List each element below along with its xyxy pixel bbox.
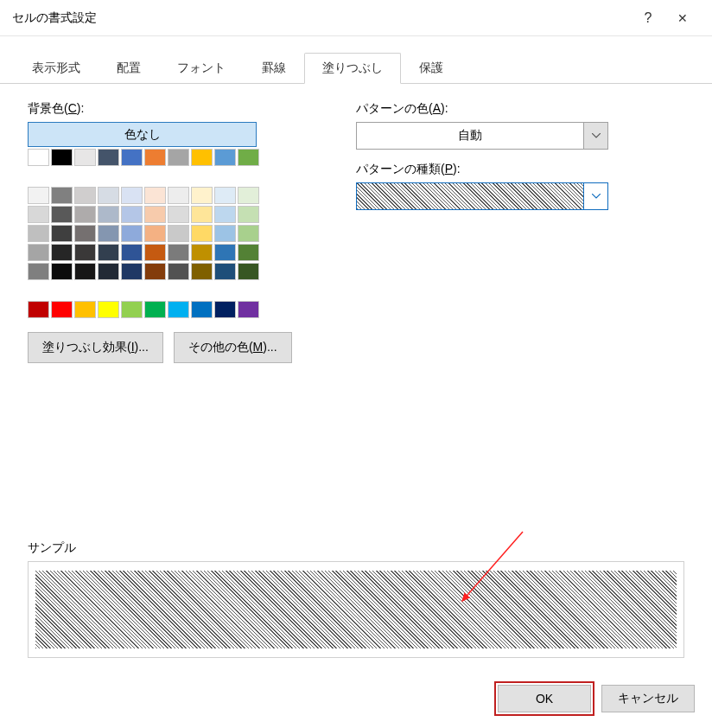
color-swatch[interactable] [74, 225, 96, 242]
color-swatch[interactable] [168, 149, 189, 166]
color-swatch[interactable] [51, 244, 73, 261]
color-swatch[interactable] [191, 149, 213, 166]
color-swatch[interactable] [28, 187, 49, 204]
color-swatch[interactable] [74, 244, 96, 261]
color-swatch[interactable] [98, 301, 119, 318]
color-swatch[interactable] [238, 225, 259, 242]
sample-preview [35, 571, 677, 648]
color-swatch[interactable] [191, 301, 213, 318]
pattern-color-dropdown[interactable]: 自動 [356, 122, 608, 150]
color-swatch[interactable] [214, 206, 236, 223]
color-swatch[interactable] [214, 244, 236, 261]
close-button[interactable]: ✕ [665, 11, 700, 25]
color-swatch[interactable] [28, 206, 49, 223]
color-swatch[interactable] [28, 149, 49, 166]
window-title: セルの書式設定 [12, 10, 631, 26]
color-swatch[interactable] [168, 244, 189, 261]
color-swatch[interactable] [98, 263, 119, 280]
color-swatch[interactable] [144, 187, 166, 204]
color-swatch[interactable] [144, 301, 166, 318]
color-swatch[interactable] [51, 225, 73, 242]
color-swatch[interactable] [191, 263, 213, 280]
cancel-button[interactable]: キャンセル [601, 685, 695, 712]
color-swatch[interactable] [74, 149, 96, 166]
color-grid [28, 149, 339, 318]
sample-frame [28, 561, 684, 658]
color-swatch[interactable] [121, 225, 143, 242]
color-swatch[interactable] [144, 206, 166, 223]
help-button[interactable]: ? [631, 10, 665, 26]
color-swatch[interactable] [144, 225, 166, 242]
color-swatch[interactable] [238, 187, 259, 204]
sample-label: サンプル [28, 540, 684, 556]
color-swatch[interactable] [214, 225, 236, 242]
tab-1[interactable]: 配置 [99, 53, 159, 84]
color-swatch[interactable] [28, 301, 49, 318]
color-swatch[interactable] [168, 206, 189, 223]
swatch-separator [28, 168, 49, 173]
color-swatch[interactable] [121, 206, 143, 223]
color-swatch[interactable] [121, 263, 143, 280]
color-swatch[interactable] [238, 206, 259, 223]
tab-5[interactable]: 保護 [401, 53, 461, 84]
color-swatch[interactable] [98, 149, 119, 166]
color-swatch[interactable] [51, 206, 73, 223]
color-swatch[interactable] [74, 301, 96, 318]
chevron-down-icon [583, 123, 607, 149]
tab-3[interactable]: 罫線 [244, 53, 304, 84]
color-swatch[interactable] [168, 187, 189, 204]
color-swatch[interactable] [191, 244, 213, 261]
color-swatch[interactable] [74, 187, 96, 204]
color-swatch[interactable] [144, 263, 166, 280]
more-colors-button[interactable]: その他の色(M)... [174, 332, 292, 363]
color-swatch[interactable] [238, 149, 259, 166]
color-swatch[interactable] [74, 206, 96, 223]
dialog-footer: OK キャンセル [0, 669, 712, 728]
tab-2[interactable]: フォント [159, 53, 244, 84]
color-swatch[interactable] [191, 206, 213, 223]
color-swatch[interactable] [51, 149, 73, 166]
color-swatch[interactable] [98, 187, 119, 204]
tab-0[interactable]: 表示形式 [14, 53, 99, 84]
color-swatch[interactable] [51, 263, 73, 280]
color-swatch[interactable] [121, 301, 143, 318]
no-color-button[interactable]: 色なし [28, 122, 257, 147]
color-swatch[interactable] [28, 263, 49, 280]
tab-strip: 表示形式配置フォント罫線塗りつぶし保護 [0, 36, 712, 84]
pattern-style-dropdown[interactable] [356, 182, 608, 210]
color-swatch[interactable] [121, 187, 143, 204]
color-swatch[interactable] [98, 225, 119, 242]
pattern-style-value [357, 183, 583, 209]
color-swatch[interactable] [214, 301, 236, 318]
color-swatch[interactable] [98, 206, 119, 223]
color-swatch[interactable] [98, 244, 119, 261]
color-swatch[interactable] [238, 301, 259, 318]
color-swatch[interactable] [51, 301, 73, 318]
color-swatch[interactable] [121, 244, 143, 261]
color-swatch[interactable] [28, 244, 49, 261]
color-swatch[interactable] [191, 187, 213, 204]
color-swatch[interactable] [168, 263, 189, 280]
color-swatch[interactable] [214, 149, 236, 166]
color-swatch[interactable] [214, 263, 236, 280]
pattern-color-label: パターンの色(A): [356, 101, 684, 117]
titlebar: セルの書式設定 ? ✕ [0, 0, 712, 36]
color-swatch[interactable] [238, 244, 259, 261]
pattern-style-label: パターンの種類(P): [356, 162, 684, 177]
color-swatch[interactable] [168, 301, 189, 318]
color-swatch[interactable] [144, 244, 166, 261]
color-swatch[interactable] [168, 225, 189, 242]
color-swatch[interactable] [191, 225, 213, 242]
tab-4[interactable]: 塗りつぶし [304, 53, 401, 84]
color-swatch[interactable] [238, 263, 259, 280]
sample-group: サンプル [28, 540, 684, 658]
color-swatch[interactable] [28, 225, 49, 242]
swatch-separator [28, 282, 49, 287]
color-swatch[interactable] [51, 187, 73, 204]
color-swatch[interactable] [74, 263, 96, 280]
color-swatch[interactable] [121, 149, 143, 166]
color-swatch[interactable] [214, 187, 236, 204]
color-swatch[interactable] [144, 149, 166, 166]
fill-effects-button[interactable]: 塗りつぶし効果(I)... [28, 332, 163, 363]
ok-button[interactable]: OK [498, 685, 591, 712]
